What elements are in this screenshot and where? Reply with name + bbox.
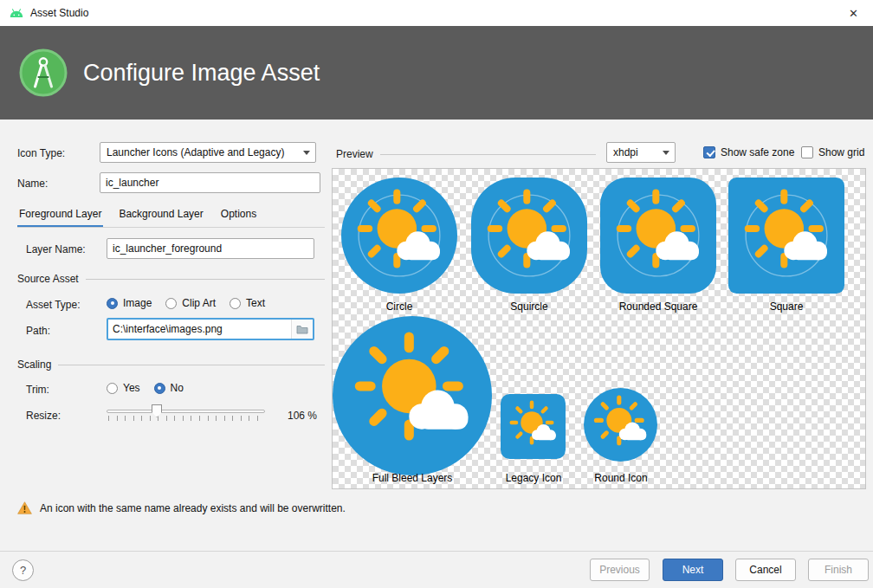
launcher-icon-legacy bbox=[501, 394, 566, 459]
icon-type-value: Launcher Icons (Adaptive and Legacy) bbox=[107, 146, 298, 158]
asset-studio-dialog: Asset Studio ✕ Configure Image Asset Ico… bbox=[0, 0, 873, 588]
source-asset-section-label: Source Asset bbox=[17, 273, 79, 285]
title-bar: Asset Studio ✕ bbox=[0, 0, 873, 26]
radio-trim-yes[interactable]: Yes bbox=[107, 382, 140, 394]
tab-options[interactable]: Options bbox=[219, 205, 258, 228]
resize-value: 106 % bbox=[288, 410, 317, 422]
density-value: xhdpi bbox=[613, 146, 657, 158]
show-grid-checkbox[interactable]: Show grid bbox=[801, 146, 864, 158]
radio-label: Image bbox=[123, 297, 152, 309]
radio-icon bbox=[165, 298, 177, 309]
browse-button[interactable] bbox=[291, 320, 313, 339]
radio-image[interactable]: Image bbox=[107, 297, 152, 309]
preview-tile-full-bleed bbox=[333, 316, 492, 475]
tab-separator-line bbox=[17, 227, 325, 228]
help-button[interactable]: ? bbox=[12, 559, 34, 581]
previous-button[interactable]: Previous bbox=[590, 559, 650, 581]
preview-tile-round bbox=[584, 388, 657, 462]
tab-background-layer[interactable]: Background Layer bbox=[117, 205, 204, 228]
radio-label: No bbox=[171, 382, 184, 394]
scaling-section-header: Scaling bbox=[17, 359, 325, 371]
radio-icon bbox=[107, 298, 118, 309]
preview-tile-legacy bbox=[501, 394, 566, 459]
preview-caption: Legacy Icon bbox=[490, 472, 577, 484]
layer-name-input[interactable] bbox=[107, 238, 314, 259]
asset-type-label: Asset Type: bbox=[26, 299, 80, 311]
layer-name-label: Layer Name: bbox=[26, 243, 86, 255]
source-asset-section-header: Source Asset bbox=[17, 273, 325, 285]
launcher-icon-rounded-square bbox=[600, 178, 716, 294]
chevron-down-icon bbox=[298, 143, 315, 162]
launcher-icon-square bbox=[728, 178, 844, 294]
checkbox-icon bbox=[801, 146, 813, 158]
chevron-down-icon bbox=[657, 143, 675, 162]
close-icon[interactable]: ✕ bbox=[834, 0, 873, 26]
radio-label: Yes bbox=[123, 382, 140, 394]
icon-type-label: Icon Type: bbox=[17, 147, 65, 159]
next-button[interactable]: Next bbox=[663, 559, 723, 581]
separator-line bbox=[86, 279, 325, 280]
radio-icon bbox=[230, 298, 241, 309]
trim-radio-group: Yes No bbox=[107, 382, 184, 394]
preview-tile-circle bbox=[341, 178, 457, 294]
name-input[interactable] bbox=[100, 172, 320, 193]
path-input[interactable] bbox=[108, 320, 291, 339]
checkbox-label: Show safe zone bbox=[721, 146, 794, 158]
name-label: Name: bbox=[17, 178, 48, 190]
warning-text: An icon with the same name already exist… bbox=[40, 502, 346, 514]
preview-caption: Rounded Square bbox=[600, 300, 716, 313]
trim-label: Trim: bbox=[26, 384, 49, 396]
radio-text[interactable]: Text bbox=[230, 297, 265, 309]
preview-caption: Full Bleed Layers bbox=[341, 472, 483, 484]
finish-button[interactable]: Finish bbox=[808, 559, 869, 581]
tab-bar: Foreground Layer Background Layer Option… bbox=[17, 205, 258, 228]
android-icon bbox=[9, 8, 24, 19]
launcher-icon-circle bbox=[341, 178, 457, 294]
preview-tile-square bbox=[728, 178, 844, 294]
checkbox-label: Show grid bbox=[818, 146, 864, 158]
resize-label: Resize: bbox=[26, 410, 61, 422]
launcher-icon-squircle bbox=[471, 178, 587, 294]
footer-bar: ? Previous Next Cancel Finish bbox=[0, 551, 873, 588]
preview-panel: Circle Squircle Rounded Square S bbox=[332, 168, 866, 489]
preview-caption: Round Icon bbox=[578, 472, 664, 484]
warning-message-row: An icon with the same name already exist… bbox=[17, 501, 346, 514]
launcher-icon-round bbox=[584, 388, 657, 462]
window-title: Asset Studio bbox=[30, 7, 88, 19]
resize-slider[interactable] bbox=[107, 404, 265, 423]
separator-line bbox=[58, 365, 325, 365]
folder-icon bbox=[296, 325, 308, 334]
radio-label: Text bbox=[246, 297, 265, 309]
preview-tile-squircle bbox=[471, 178, 587, 294]
tab-foreground-layer[interactable]: Foreground Layer bbox=[17, 205, 103, 228]
preview-section-label: Preview bbox=[336, 148, 373, 160]
density-select[interactable]: xhdpi bbox=[606, 142, 676, 163]
page-title: Configure Image Asset bbox=[83, 60, 320, 87]
path-label: Path: bbox=[26, 325, 50, 337]
preview-section-header: Preview bbox=[336, 148, 596, 160]
radio-icon bbox=[107, 383, 118, 394]
radio-label: Clip Art bbox=[182, 297, 216, 309]
launcher-icon-full-bleed bbox=[333, 316, 492, 475]
radio-clip-art[interactable]: Clip Art bbox=[165, 297, 216, 309]
radio-icon bbox=[154, 383, 165, 394]
cancel-button[interactable]: Cancel bbox=[735, 559, 796, 581]
preview-caption: Circle bbox=[341, 300, 457, 313]
dialog-header: Configure Image Asset bbox=[0, 26, 873, 120]
show-safe-zone-checkbox[interactable]: Show safe zone bbox=[703, 146, 794, 158]
warning-icon bbox=[17, 501, 32, 514]
preview-tile-rounded-square bbox=[600, 178, 716, 294]
asset-type-radio-group: Image Clip Art Text bbox=[107, 297, 265, 309]
preview-caption: Square bbox=[728, 300, 844, 313]
icon-type-select[interactable]: Launcher Icons (Adaptive and Legacy) bbox=[100, 142, 316, 163]
scaling-section-label: Scaling bbox=[17, 359, 51, 371]
slider-ticks bbox=[108, 416, 265, 421]
radio-trim-no[interactable]: No bbox=[154, 382, 184, 394]
slider-track bbox=[107, 410, 265, 413]
preview-caption: Squircle bbox=[471, 300, 587, 313]
path-field bbox=[107, 318, 314, 340]
android-studio-logo-icon bbox=[19, 48, 68, 97]
checkbox-icon bbox=[703, 146, 715, 158]
separator-line bbox=[380, 154, 596, 155]
